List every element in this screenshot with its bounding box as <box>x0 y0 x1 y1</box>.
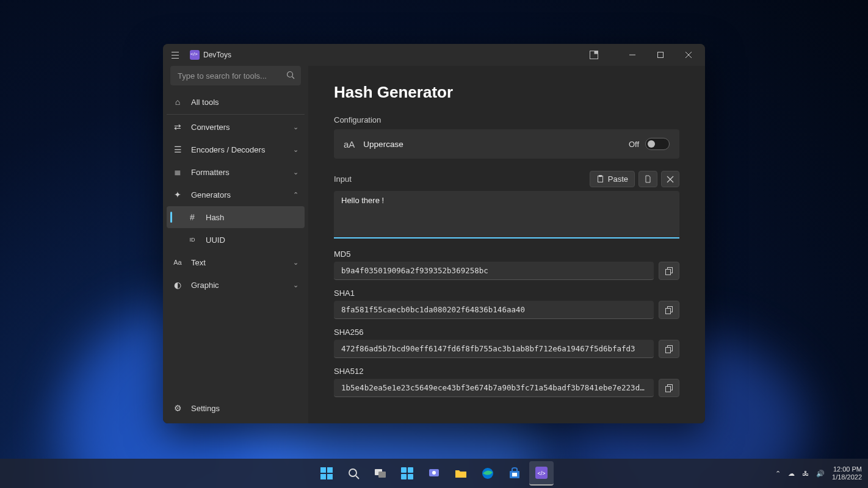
app-title: DevToys <box>203 51 231 59</box>
sidebar-item-all-tools[interactable]: ⌂ All tools <box>167 91 305 113</box>
svg-rect-30 <box>401 474 407 479</box>
sidebar-item-hash[interactable]: # Hash <box>167 206 305 228</box>
svg-text:</>: </> <box>537 470 545 476</box>
start-button[interactable] <box>314 461 339 486</box>
sidebar-item-converters[interactable]: ⇄ Converters ⌄ <box>167 116 305 138</box>
generators-icon: ✦ <box>173 190 183 199</box>
uuid-icon: ID <box>187 237 197 243</box>
sidebar-item-generators[interactable]: ✦ Generators ⌃ <box>167 184 305 206</box>
search-input[interactable] <box>170 66 301 85</box>
sidebar-item-label: Hash <box>206 213 224 222</box>
sidebar: ⌂ All tools ⇄ Converters ⌄ ☰ Encoders / … <box>163 66 308 423</box>
config-header: Configuration <box>334 115 679 124</box>
chevron-down-icon: ⌄ <box>293 123 298 131</box>
sidebar-item-encoders[interactable]: ☰ Encoders / Decoders ⌄ <box>167 138 305 160</box>
sidebar-item-graphic[interactable]: ◐ Graphic ⌄ <box>167 274 305 296</box>
home-icon: ⌂ <box>173 97 183 107</box>
clear-button[interactable] <box>661 171 679 187</box>
tray-network-icon[interactable]: 🖧 <box>802 470 809 477</box>
copy-sha1-button[interactable] <box>659 301 679 319</box>
close-icon <box>667 176 674 183</box>
edge-button[interactable] <box>476 461 500 486</box>
copy-icon <box>665 384 673 392</box>
svg-rect-36 <box>512 473 517 476</box>
chat-button[interactable] <box>422 461 446 486</box>
svg-rect-27 <box>378 472 386 478</box>
tray-cloud-icon[interactable]: ☁ <box>788 470 795 478</box>
paste-label: Paste <box>608 174 628 184</box>
widgets-button[interactable] <box>395 461 419 486</box>
sidebar-item-label: Encoders / Decoders <box>191 145 265 154</box>
open-file-button[interactable] <box>638 171 657 187</box>
input-textarea[interactable] <box>334 191 679 239</box>
sidebar-item-label: Settings <box>191 404 220 413</box>
uppercase-config-row: aA Uppercase Off <box>334 129 679 159</box>
hash-output-sha512[interactable] <box>334 379 654 397</box>
svg-rect-20 <box>320 467 326 473</box>
converters-icon: ⇄ <box>173 122 183 132</box>
sidebar-item-label: Converters <box>191 123 230 132</box>
hash-label-md5: MD5 <box>334 249 679 259</box>
compact-overlay-button[interactable] <box>582 44 606 66</box>
svg-line-7 <box>292 77 295 79</box>
uppercase-icon: aA <box>344 139 355 149</box>
chevron-down-icon: ⌄ <box>293 168 298 176</box>
sidebar-item-settings[interactable]: ⚙ Settings <box>167 397 305 419</box>
sidebar-item-formatters[interactable]: ≣ Formatters ⌄ <box>167 161 305 183</box>
text-icon: Aa <box>173 259 183 266</box>
taskbar-time: 12:00 PM <box>832 465 862 473</box>
uppercase-toggle-state: Off <box>629 140 639 149</box>
svg-point-6 <box>288 72 293 77</box>
svg-rect-21 <box>327 467 333 473</box>
uppercase-label: Uppercase <box>363 140 403 149</box>
taskbar: </> ⌃ ☁ 🖧 🔊 12:00 PM 1/18/2022 <box>0 459 868 488</box>
sidebar-item-label: UUID <box>206 235 225 245</box>
close-button[interactable] <box>675 44 703 66</box>
sidebar-item-label: Generators <box>191 190 231 199</box>
hash-label-sha1: SHA1 <box>334 289 679 298</box>
chevron-down-icon: ⌄ <box>293 146 298 154</box>
sidebar-item-label: Formatters <box>191 168 230 177</box>
hash-output-md5[interactable] <box>334 262 654 280</box>
copy-sha512-button[interactable] <box>659 379 679 397</box>
svg-line-25 <box>356 476 359 479</box>
taskbar-clock[interactable]: 12:00 PM 1/18/2022 <box>832 465 862 481</box>
paste-button[interactable]: Paste <box>590 171 635 187</box>
copy-md5-button[interactable] <box>659 262 679 280</box>
store-button[interactable] <box>502 461 527 486</box>
tray-volume-icon[interactable]: 🔊 <box>816 470 825 478</box>
input-header: Input <box>334 174 352 184</box>
copy-icon <box>665 345 673 353</box>
uppercase-toggle[interactable] <box>645 138 670 150</box>
sidebar-item-uuid[interactable]: ID UUID <box>167 229 305 251</box>
devtoys-taskbar-button[interactable]: </> <box>529 461 554 486</box>
task-view-button[interactable] <box>368 461 392 486</box>
svg-rect-23 <box>327 474 333 479</box>
svg-rect-22 <box>320 474 326 479</box>
svg-rect-31 <box>408 474 413 479</box>
file-icon <box>644 175 652 183</box>
svg-point-24 <box>349 469 356 476</box>
sidebar-item-text[interactable]: Aa Text ⌄ <box>167 251 305 273</box>
copy-icon <box>665 306 673 314</box>
chevron-down-icon: ⌄ <box>293 281 298 289</box>
hash-output-sha1[interactable] <box>334 301 654 319</box>
maximize-button[interactable] <box>646 44 675 66</box>
sidebar-item-label: Graphic <box>191 281 219 290</box>
minimize-button[interactable] <box>618 44 646 66</box>
hash-output-sha256[interactable] <box>334 340 654 358</box>
graphic-icon: ◐ <box>173 280 183 290</box>
svg-rect-3 <box>658 52 664 58</box>
search-icon <box>286 71 295 79</box>
tray-chevron-icon[interactable]: ⌃ <box>775 470 781 478</box>
svg-rect-17 <box>665 347 670 353</box>
file-explorer-button[interactable] <box>449 461 473 486</box>
app-icon <box>190 50 200 60</box>
taskbar-search-button[interactable] <box>341 461 366 486</box>
svg-rect-19 <box>665 386 670 392</box>
hash-label-sha512: SHA512 <box>334 367 679 376</box>
app-window: DevToys <box>163 44 705 423</box>
paste-icon <box>596 175 604 183</box>
copy-sha256-button[interactable] <box>659 340 679 358</box>
hamburger-menu-button[interactable] <box>169 49 181 61</box>
